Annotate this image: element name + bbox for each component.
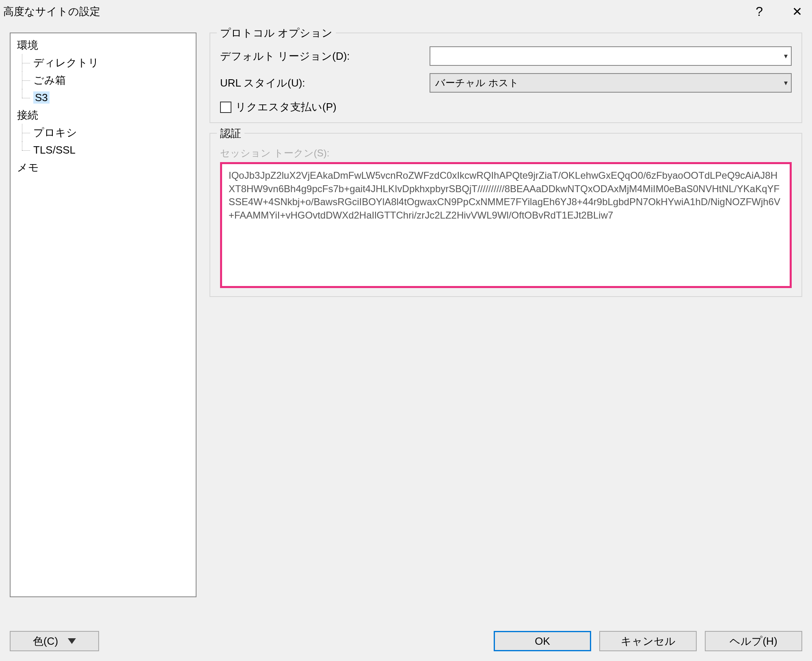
- chevron-down-icon: ▾: [784, 78, 788, 87]
- footer-left: 色(C): [10, 631, 99, 651]
- color-button[interactable]: 色(C): [10, 631, 99, 651]
- tree-item-tlsssl[interactable]: TLS/SSL: [14, 141, 192, 159]
- protocol-options-group: プロトコル オプション デフォルト リージョン(D): ▾ URL スタイル(U…: [209, 33, 802, 123]
- url-style-row: URL スタイル(U): バーチャル ホスト ▾: [220, 73, 792, 93]
- settings-tree[interactable]: 環境 ディレクトリ ごみ箱 S3 接続 プロキシ TLS/SSL メモ: [10, 33, 197, 597]
- help-button[interactable]: ヘルプ(H): [705, 631, 802, 651]
- tree-item-directory[interactable]: ディレクトリ: [14, 54, 192, 72]
- default-region-row: デフォルト リージョン(D): ▾: [220, 46, 792, 66]
- auth-group: 認証 セッション トークン(S): IQoJb3JpZ2luX2VjEAkaDm…: [209, 133, 802, 297]
- tree-item-environment[interactable]: 環境: [14, 37, 192, 54]
- titlebar: 高度なサイトの設定 ? ✕: [0, 0, 812, 23]
- titlebar-controls: ? ✕: [756, 4, 806, 19]
- close-icon[interactable]: ✕: [789, 4, 806, 19]
- help-icon[interactable]: ?: [756, 4, 763, 19]
- tree-item-connection[interactable]: 接続: [14, 106, 192, 124]
- requester-pays-label: リクエスタ支払い(P): [235, 100, 337, 114]
- tree-item-proxy[interactable]: プロキシ: [14, 124, 192, 141]
- default-region-combo[interactable]: ▾: [430, 46, 792, 66]
- checkbox-box-icon: [220, 102, 231, 113]
- tree-item-trash[interactable]: ごみ箱: [14, 72, 192, 89]
- cancel-button[interactable]: キャンセル: [599, 631, 697, 651]
- dialog-body: 環境 ディレクトリ ごみ箱 S3 接続 プロキシ TLS/SSL メモ プロトコ…: [0, 23, 812, 624]
- advanced-site-settings-dialog: 高度なサイトの設定 ? ✕ 環境 ディレクトリ ごみ箱 S3 接続 プロキシ T…: [0, 0, 812, 661]
- ok-button[interactable]: OK: [494, 631, 591, 651]
- session-token-input[interactable]: IQoJb3JpZ2luX2VjEAkaDmFwLW5vcnRoZWFzdC0x…: [220, 162, 792, 288]
- tree-item-s3[interactable]: S3: [14, 89, 192, 106]
- chevron-down-icon: ▾: [784, 52, 788, 61]
- dialog-title: 高度なサイトの設定: [3, 4, 100, 19]
- default-region-label: デフォルト リージョン(D):: [220, 49, 423, 63]
- url-style-value: バーチャル ホスト: [435, 76, 519, 89]
- protocol-options-title: プロトコル オプション: [217, 26, 336, 40]
- color-button-label: 色(C): [33, 634, 58, 648]
- url-style-label: URL スタイル(U):: [220, 76, 423, 90]
- auth-group-title: 認証: [217, 126, 244, 141]
- footer-right: OK キャンセル ヘルプ(H): [494, 631, 802, 651]
- session-token-label: セッション トークン(S):: [220, 147, 792, 160]
- requester-pays-checkbox[interactable]: リクエスタ支払い(P): [220, 100, 792, 114]
- url-style-combo[interactable]: バーチャル ホスト ▾: [430, 73, 792, 93]
- tree-item-memo[interactable]: メモ: [14, 159, 192, 176]
- settings-panel: プロトコル オプション デフォルト リージョン(D): ▾ URL スタイル(U…: [209, 33, 802, 621]
- dropdown-triangle-icon: [68, 638, 76, 644]
- dialog-footer: 色(C) OK キャンセル ヘルプ(H): [0, 624, 812, 661]
